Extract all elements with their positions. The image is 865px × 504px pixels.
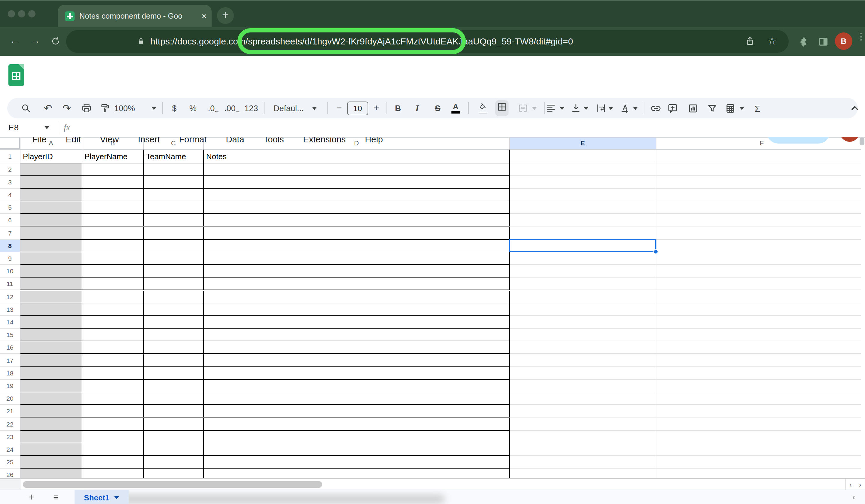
tab-close-icon[interactable]: ×: [201, 5, 207, 28]
font-size-input[interactable]: 10: [347, 98, 368, 118]
browser-tab[interactable]: Notes component demo - Goo ×: [58, 5, 211, 28]
cell-F19[interactable]: [656, 380, 865, 392]
cell-B17[interactable]: [82, 354, 144, 367]
cell-C18[interactable]: [144, 367, 204, 379]
cell-E2[interactable]: [510, 163, 656, 176]
cell-D14[interactable]: [204, 316, 510, 329]
sheets-logo-icon[interactable]: [9, 64, 24, 86]
cell-D3[interactable]: [204, 176, 510, 188]
cell-F22[interactable]: [656, 418, 865, 431]
cell-B16[interactable]: [82, 341, 144, 354]
cell-B5[interactable]: [82, 201, 144, 214]
cell-A2[interactable]: [21, 163, 82, 176]
row-header-23[interactable]: 23: [0, 431, 21, 443]
name-box[interactable]: E8: [9, 118, 19, 136]
cell-D24[interactable]: [204, 443, 510, 456]
cell-F17[interactable]: [656, 354, 865, 367]
cell-A18[interactable]: [21, 367, 82, 379]
cell-F14[interactable]: [656, 316, 865, 329]
cell-A15[interactable]: [21, 329, 82, 341]
back-button[interactable]: ←: [10, 27, 20, 56]
browser-menu-icon[interactable]: ⋮: [856, 34, 865, 39]
decrease-decimal-button[interactable]: .0←: [208, 98, 220, 118]
cell-B7[interactable]: [82, 227, 144, 239]
cell-D2[interactable]: [204, 163, 510, 176]
cell-D20[interactable]: [204, 392, 510, 405]
row-header-4[interactable]: 4: [0, 189, 21, 201]
cell-F3[interactable]: [656, 176, 865, 188]
cell-F20[interactable]: [656, 392, 865, 405]
text-rotation-caret-icon[interactable]: [633, 98, 638, 118]
cell-C1[interactable]: TeamName: [144, 149, 204, 163]
cell-F18[interactable]: [656, 367, 865, 379]
insert-chart-icon[interactable]: [688, 98, 699, 118]
cell-C17[interactable]: [144, 354, 204, 367]
cell-E6[interactable]: [510, 214, 656, 227]
row-header-14[interactable]: 14: [0, 316, 21, 329]
row-header-9[interactable]: 9: [0, 252, 21, 265]
cell-B4[interactable]: [82, 189, 144, 201]
borders-button[interactable]: [495, 98, 509, 118]
cell-C8[interactable]: [144, 239, 204, 252]
cell-E1[interactable]: [510, 149, 656, 163]
row-header-11[interactable]: 11: [0, 278, 21, 291]
cell-E5[interactable]: [510, 201, 656, 214]
cell-D18[interactable]: [204, 367, 510, 379]
cell-D1[interactable]: Notes: [204, 149, 510, 163]
cell-B12[interactable]: [82, 291, 144, 303]
cell-B21[interactable]: [82, 405, 144, 418]
cell-A5[interactable]: [21, 201, 82, 214]
row-header-22[interactable]: 22: [0, 418, 21, 431]
cell-E14[interactable]: [510, 316, 656, 329]
text-rotation-button[interactable]: [620, 98, 631, 118]
cell-B20[interactable]: [82, 392, 144, 405]
cell-D6[interactable]: [204, 214, 510, 227]
cell-B9[interactable]: [82, 252, 144, 265]
row-header-25[interactable]: 25: [0, 456, 21, 469]
horizontal-scrollbar-thumb[interactable]: [23, 481, 322, 488]
cell-A8[interactable]: [21, 239, 82, 252]
row-header-1[interactable]: 1: [0, 149, 21, 163]
row-header-18[interactable]: 18: [0, 367, 21, 379]
cell-C11[interactable]: [144, 278, 204, 291]
cell-B24[interactable]: [82, 443, 144, 456]
format-percent-button[interactable]: %: [189, 98, 197, 118]
cell-E10[interactable]: [510, 265, 656, 278]
cell-C12[interactable]: [144, 291, 204, 303]
cell-A4[interactable]: [21, 189, 82, 201]
cell-B15[interactable]: [82, 329, 144, 341]
cell-D5[interactable]: [204, 201, 510, 214]
bold-button[interactable]: B: [395, 98, 401, 118]
cell-A16[interactable]: [21, 341, 82, 354]
cell-C9[interactable]: [144, 252, 204, 265]
cell-B6[interactable]: [82, 214, 144, 227]
row-header-19[interactable]: 19: [0, 380, 21, 392]
italic-button[interactable]: I: [415, 98, 419, 118]
cell-A17[interactable]: [21, 354, 82, 367]
cell-E16[interactable]: [510, 341, 656, 354]
new-tab-button[interactable]: +: [217, 7, 234, 24]
cell-D21[interactable]: [204, 405, 510, 418]
url-text[interactable]: https://docs.google.com/spreadsheets/d/1…: [150, 30, 573, 53]
cell-E23[interactable]: [510, 431, 656, 443]
all-sheets-icon[interactable]: ≡: [49, 490, 63, 504]
lock-icon[interactable]: [137, 37, 146, 48]
text-color-button[interactable]: A: [451, 98, 460, 118]
merge-caret-icon[interactable]: [532, 98, 537, 118]
cell-B11[interactable]: [82, 278, 144, 291]
cell-E13[interactable]: [510, 303, 656, 316]
cell-D15[interactable]: [204, 329, 510, 341]
font-select[interactable]: Defaul...: [274, 98, 317, 118]
cell-E3[interactable]: [510, 176, 656, 188]
cell-C2[interactable]: [144, 163, 204, 176]
cell-B23[interactable]: [82, 431, 144, 443]
zoom-select[interactable]: 100%: [114, 98, 156, 118]
print-icon[interactable]: [81, 98, 92, 118]
cell-D23[interactable]: [204, 431, 510, 443]
undo-icon[interactable]: ↶: [44, 98, 53, 118]
cell-A24[interactable]: [21, 443, 82, 456]
row-header-7[interactable]: 7: [0, 227, 21, 239]
redo-icon[interactable]: ↷: [62, 98, 71, 118]
cell-E12[interactable]: [510, 291, 656, 303]
row-header-13[interactable]: 13: [0, 303, 21, 316]
